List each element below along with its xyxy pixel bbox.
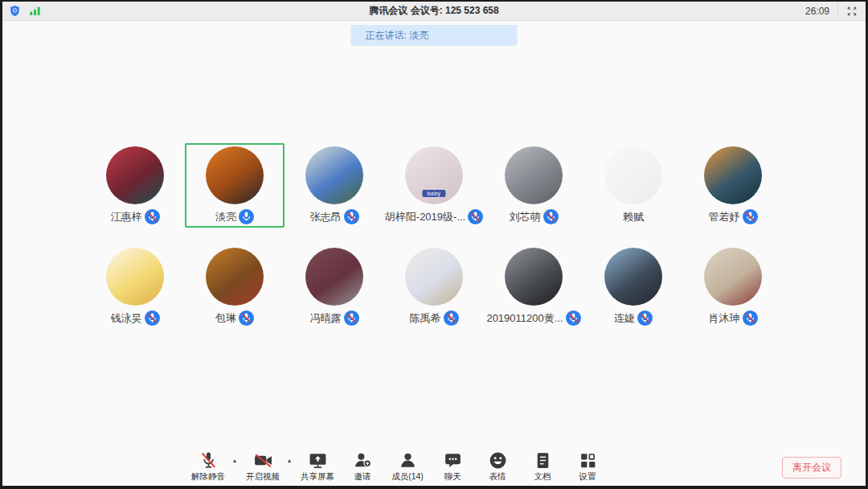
chat-bubble-icon xyxy=(443,450,463,471)
participant-tile[interactable]: 陈禹希 xyxy=(384,244,484,329)
participant-tile[interactable]: 赖赋 xyxy=(583,143,683,228)
participant-name: 刘芯萌 xyxy=(510,210,541,224)
document-icon xyxy=(533,450,553,471)
participant-tile[interactable]: baby 胡梓阳-2019级-... xyxy=(384,143,484,228)
meeting-window: 腾讯会议 会议号: 125 523 658 26:09 正在讲话: 淡亮 江惠梓 xyxy=(0,0,868,489)
screen-share-icon xyxy=(308,450,328,471)
meeting-duration: 26:09 xyxy=(797,6,837,17)
participant-name: 连婕 xyxy=(614,311,635,326)
participant-avatar xyxy=(206,146,264,204)
mic-status-icon[interactable] xyxy=(344,310,359,326)
participant-avatar xyxy=(604,248,662,306)
mic-status-icon[interactable] xyxy=(543,209,559,224)
invite-person-icon xyxy=(353,450,373,471)
participant-avatar xyxy=(106,146,164,204)
participant-tile[interactable]: 江惠梓 xyxy=(85,143,185,228)
toolbar-button-label: 设置 xyxy=(579,471,596,483)
participant-name: 包琳 xyxy=(215,311,236,326)
participant-tile[interactable]: 钱泳昊 xyxy=(85,244,185,329)
participant-name: 肖沐珅 xyxy=(709,311,740,326)
security-shield-icon[interactable] xyxy=(9,5,21,17)
toolbar-button[interactable]: 设置 xyxy=(565,450,610,483)
participant-avatar xyxy=(505,248,563,306)
toolbar-button[interactable]: 解除静音 xyxy=(186,450,231,483)
participant-avatar xyxy=(405,248,463,306)
participant-name: 钱泳昊 xyxy=(111,311,142,326)
participant-name: 淡亮 xyxy=(215,210,236,224)
participant-name: 张志昂 xyxy=(310,210,342,224)
participant-tile[interactable]: 2019011200黄... xyxy=(484,244,583,329)
toolbar-button[interactable]: 文档 xyxy=(520,450,565,483)
participant-grid: 江惠梓 淡亮 xyxy=(2,21,866,329)
speaking-banner-text: 正在讲话: 淡亮 xyxy=(366,30,429,41)
mic-status-icon[interactable] xyxy=(444,310,459,326)
mic-status-icon[interactable] xyxy=(637,310,653,326)
participant-tile[interactable]: 冯晴露 xyxy=(285,244,384,329)
participant-tile[interactable]: 肖沐珅 xyxy=(683,244,783,329)
settings-grid-icon xyxy=(578,450,598,471)
participant-name: 管若妤 xyxy=(709,210,740,224)
participant-name: 陈禹希 xyxy=(410,311,441,326)
participant-name: 胡梓阳-2019级-... xyxy=(385,210,465,224)
participant-tile[interactable]: 连婕 xyxy=(583,244,683,329)
participant-avatar xyxy=(305,146,363,204)
network-signal-icon[interactable] xyxy=(29,6,42,16)
mic-status-icon[interactable] xyxy=(468,209,483,224)
toolbar-button-label: 成员(14) xyxy=(391,471,424,483)
participant-avatar xyxy=(106,248,164,306)
expand-caret[interactable]: ▲ xyxy=(231,458,239,463)
toolbar: 解除静音 ▲ 开启视频 ▲ 共享屏幕 邀请 成员(14) 聊天 表情 文档 设置 xyxy=(186,450,610,483)
participant-name: 赖赋 xyxy=(623,210,644,224)
participant-name: 2019011200黄... xyxy=(486,311,563,326)
participant-avatar xyxy=(505,146,563,204)
participant-tile[interactable]: 包琳 xyxy=(185,244,285,329)
toolbar-button[interactable]: 表情 xyxy=(475,450,520,483)
participant-row-1: 江惠梓 淡亮 xyxy=(2,143,866,228)
expand-caret[interactable]: ▲ xyxy=(285,458,293,463)
toolbar-button[interactable]: 邀请 xyxy=(340,450,385,483)
titlebar: 腾讯会议 会议号: 125 523 658 26:09 xyxy=(2,2,866,21)
mic-status-icon[interactable] xyxy=(566,310,581,326)
avatar-label: baby xyxy=(422,190,445,197)
toolbar-button[interactable]: 共享屏幕 xyxy=(295,450,340,483)
participant-name: 江惠梓 xyxy=(111,210,142,224)
meeting-title: 腾讯会议 会议号: 125 523 658 xyxy=(2,4,866,18)
toolbar-button-label: 解除静音 xyxy=(191,471,225,483)
emoji-smiley-icon xyxy=(488,450,508,471)
meeting-stage: 正在讲话: 淡亮 江惠梓 淡亮 xyxy=(2,21,866,486)
mic-status-icon[interactable] xyxy=(239,209,254,224)
participant-avatar xyxy=(704,146,762,204)
participant-avatar xyxy=(206,248,264,306)
leave-meeting-button[interactable]: 离开会议 xyxy=(782,457,841,479)
fullscreen-icon[interactable] xyxy=(837,2,866,20)
speaking-banner: 正在讲话: 淡亮 xyxy=(351,25,518,46)
toolbar-button-label: 邀请 xyxy=(354,471,371,483)
toolbar-button[interactable]: 成员(14) xyxy=(385,450,430,483)
participant-name: 冯晴露 xyxy=(310,311,342,326)
toolbar-button-label: 开启视频 xyxy=(246,471,280,483)
toolbar-button-label: 表情 xyxy=(489,471,506,483)
camera-off-icon xyxy=(253,450,273,471)
participant-avatar xyxy=(305,248,363,306)
participant-tile[interactable]: 刘芯萌 xyxy=(484,143,583,228)
participant-tile[interactable]: 张志昂 xyxy=(285,143,384,228)
participant-avatar xyxy=(604,146,662,204)
toolbar-button-label: 聊天 xyxy=(444,471,461,483)
mic-off-icon xyxy=(199,450,219,471)
participant-tile[interactable]: 管若妤 xyxy=(683,143,783,228)
mic-status-icon[interactable] xyxy=(239,310,254,326)
mic-status-icon[interactable] xyxy=(145,310,160,326)
mic-status-icon[interactable] xyxy=(145,209,160,224)
members-person-icon xyxy=(398,450,418,471)
participant-tile[interactable]: 淡亮 xyxy=(185,143,285,228)
toolbar-button[interactable]: 开启视频 xyxy=(240,450,285,483)
mic-status-icon[interactable] xyxy=(344,209,359,224)
mic-status-icon[interactable] xyxy=(743,209,758,224)
mic-status-icon[interactable] xyxy=(743,310,758,326)
toolbar-button[interactable]: 聊天 xyxy=(430,450,475,483)
participant-avatar xyxy=(704,248,762,306)
participant-avatar: baby xyxy=(405,146,463,204)
participant-row-2: 钱泳昊 包琳 xyxy=(2,244,866,329)
toolbar-button-label: 共享屏幕 xyxy=(301,471,334,483)
toolbar-button-label: 文档 xyxy=(534,471,551,483)
